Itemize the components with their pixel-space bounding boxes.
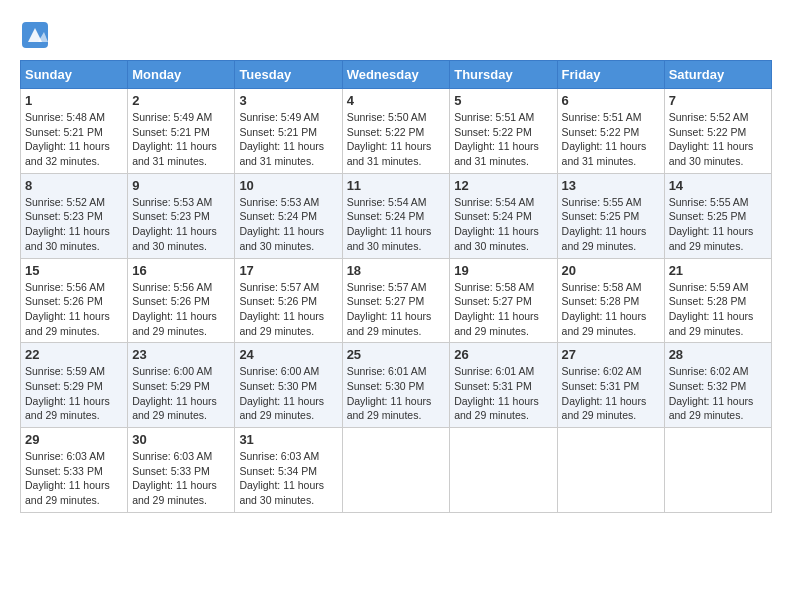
calendar-cell: 3Sunrise: 5:49 AM Sunset: 5:21 PM Daylig…: [235, 89, 342, 174]
day-info: Sunrise: 6:02 AM Sunset: 5:31 PM Dayligh…: [562, 364, 660, 423]
calendar-cell: 12Sunrise: 5:54 AM Sunset: 5:24 PM Dayli…: [450, 173, 557, 258]
calendar-week-4: 22Sunrise: 5:59 AM Sunset: 5:29 PM Dayli…: [21, 343, 772, 428]
calendar-cell: 11Sunrise: 5:54 AM Sunset: 5:24 PM Dayli…: [342, 173, 450, 258]
day-number: 22: [25, 347, 123, 362]
day-info: Sunrise: 6:00 AM Sunset: 5:29 PM Dayligh…: [132, 364, 230, 423]
calendar-cell: 7Sunrise: 5:52 AM Sunset: 5:22 PM Daylig…: [664, 89, 771, 174]
day-info: Sunrise: 5:57 AM Sunset: 5:27 PM Dayligh…: [347, 280, 446, 339]
calendar-cell: [664, 428, 771, 513]
day-number: 13: [562, 178, 660, 193]
day-number: 14: [669, 178, 767, 193]
day-info: Sunrise: 5:51 AM Sunset: 5:22 PM Dayligh…: [454, 110, 552, 169]
day-info: Sunrise: 6:01 AM Sunset: 5:30 PM Dayligh…: [347, 364, 446, 423]
day-info: Sunrise: 5:54 AM Sunset: 5:24 PM Dayligh…: [347, 195, 446, 254]
calendar-table: SundayMondayTuesdayWednesdayThursdayFrid…: [20, 60, 772, 513]
calendar-cell: 9Sunrise: 5:53 AM Sunset: 5:23 PM Daylig…: [128, 173, 235, 258]
calendar-cell: 2Sunrise: 5:49 AM Sunset: 5:21 PM Daylig…: [128, 89, 235, 174]
day-number: 28: [669, 347, 767, 362]
calendar-cell: 13Sunrise: 5:55 AM Sunset: 5:25 PM Dayli…: [557, 173, 664, 258]
calendar-cell: [450, 428, 557, 513]
calendar-cell: 22Sunrise: 5:59 AM Sunset: 5:29 PM Dayli…: [21, 343, 128, 428]
day-number: 9: [132, 178, 230, 193]
day-number: 12: [454, 178, 552, 193]
calendar-cell: 14Sunrise: 5:55 AM Sunset: 5:25 PM Dayli…: [664, 173, 771, 258]
day-info: Sunrise: 5:58 AM Sunset: 5:28 PM Dayligh…: [562, 280, 660, 339]
calendar-cell: 6Sunrise: 5:51 AM Sunset: 5:22 PM Daylig…: [557, 89, 664, 174]
day-info: Sunrise: 6:01 AM Sunset: 5:31 PM Dayligh…: [454, 364, 552, 423]
calendar-cell: 18Sunrise: 5:57 AM Sunset: 5:27 PM Dayli…: [342, 258, 450, 343]
calendar-header-wednesday: Wednesday: [342, 61, 450, 89]
calendar-header-friday: Friday: [557, 61, 664, 89]
calendar-cell: 28Sunrise: 6:02 AM Sunset: 5:32 PM Dayli…: [664, 343, 771, 428]
day-number: 7: [669, 93, 767, 108]
calendar-week-2: 8Sunrise: 5:52 AM Sunset: 5:23 PM Daylig…: [21, 173, 772, 258]
day-info: Sunrise: 5:59 AM Sunset: 5:28 PM Dayligh…: [669, 280, 767, 339]
day-info: Sunrise: 6:03 AM Sunset: 5:34 PM Dayligh…: [239, 449, 337, 508]
day-number: 16: [132, 263, 230, 278]
logo: [20, 20, 54, 50]
calendar-cell: 20Sunrise: 5:58 AM Sunset: 5:28 PM Dayli…: [557, 258, 664, 343]
calendar-cell: 16Sunrise: 5:56 AM Sunset: 5:26 PM Dayli…: [128, 258, 235, 343]
day-info: Sunrise: 5:51 AM Sunset: 5:22 PM Dayligh…: [562, 110, 660, 169]
day-info: Sunrise: 6:00 AM Sunset: 5:30 PM Dayligh…: [239, 364, 337, 423]
calendar-header-monday: Monday: [128, 61, 235, 89]
day-number: 29: [25, 432, 123, 447]
day-number: 15: [25, 263, 123, 278]
day-number: 27: [562, 347, 660, 362]
day-number: 25: [347, 347, 446, 362]
day-number: 21: [669, 263, 767, 278]
day-number: 2: [132, 93, 230, 108]
day-number: 19: [454, 263, 552, 278]
day-info: Sunrise: 5:59 AM Sunset: 5:29 PM Dayligh…: [25, 364, 123, 423]
day-info: Sunrise: 5:48 AM Sunset: 5:21 PM Dayligh…: [25, 110, 123, 169]
calendar-cell: 5Sunrise: 5:51 AM Sunset: 5:22 PM Daylig…: [450, 89, 557, 174]
calendar-header-sunday: Sunday: [21, 61, 128, 89]
calendar-cell: 21Sunrise: 5:59 AM Sunset: 5:28 PM Dayli…: [664, 258, 771, 343]
logo-icon: [20, 20, 50, 50]
day-number: 3: [239, 93, 337, 108]
calendar-cell: 24Sunrise: 6:00 AM Sunset: 5:30 PM Dayli…: [235, 343, 342, 428]
day-number: 4: [347, 93, 446, 108]
calendar-week-1: 1Sunrise: 5:48 AM Sunset: 5:21 PM Daylig…: [21, 89, 772, 174]
day-number: 18: [347, 263, 446, 278]
calendar-cell: 30Sunrise: 6:03 AM Sunset: 5:33 PM Dayli…: [128, 428, 235, 513]
day-info: Sunrise: 5:49 AM Sunset: 5:21 PM Dayligh…: [132, 110, 230, 169]
day-number: 11: [347, 178, 446, 193]
day-info: Sunrise: 5:52 AM Sunset: 5:23 PM Dayligh…: [25, 195, 123, 254]
day-number: 8: [25, 178, 123, 193]
day-info: Sunrise: 6:02 AM Sunset: 5:32 PM Dayligh…: [669, 364, 767, 423]
calendar-header-saturday: Saturday: [664, 61, 771, 89]
day-number: 26: [454, 347, 552, 362]
calendar-cell: 17Sunrise: 5:57 AM Sunset: 5:26 PM Dayli…: [235, 258, 342, 343]
day-number: 24: [239, 347, 337, 362]
day-info: Sunrise: 5:58 AM Sunset: 5:27 PM Dayligh…: [454, 280, 552, 339]
day-number: 6: [562, 93, 660, 108]
day-info: Sunrise: 5:52 AM Sunset: 5:22 PM Dayligh…: [669, 110, 767, 169]
calendar-cell: 19Sunrise: 5:58 AM Sunset: 5:27 PM Dayli…: [450, 258, 557, 343]
day-number: 23: [132, 347, 230, 362]
calendar-header-row: SundayMondayTuesdayWednesdayThursdayFrid…: [21, 61, 772, 89]
calendar-cell: 8Sunrise: 5:52 AM Sunset: 5:23 PM Daylig…: [21, 173, 128, 258]
day-number: 20: [562, 263, 660, 278]
calendar-cell: 25Sunrise: 6:01 AM Sunset: 5:30 PM Dayli…: [342, 343, 450, 428]
calendar-week-5: 29Sunrise: 6:03 AM Sunset: 5:33 PM Dayli…: [21, 428, 772, 513]
calendar-cell: 31Sunrise: 6:03 AM Sunset: 5:34 PM Dayli…: [235, 428, 342, 513]
calendar-cell: 4Sunrise: 5:50 AM Sunset: 5:22 PM Daylig…: [342, 89, 450, 174]
calendar-week-3: 15Sunrise: 5:56 AM Sunset: 5:26 PM Dayli…: [21, 258, 772, 343]
calendar-cell: 27Sunrise: 6:02 AM Sunset: 5:31 PM Dayli…: [557, 343, 664, 428]
calendar-header-thursday: Thursday: [450, 61, 557, 89]
day-info: Sunrise: 5:55 AM Sunset: 5:25 PM Dayligh…: [562, 195, 660, 254]
day-number: 1: [25, 93, 123, 108]
day-number: 5: [454, 93, 552, 108]
calendar-cell: [557, 428, 664, 513]
calendar-header-tuesday: Tuesday: [235, 61, 342, 89]
day-info: Sunrise: 5:54 AM Sunset: 5:24 PM Dayligh…: [454, 195, 552, 254]
day-number: 30: [132, 432, 230, 447]
day-number: 17: [239, 263, 337, 278]
day-info: Sunrise: 5:49 AM Sunset: 5:21 PM Dayligh…: [239, 110, 337, 169]
day-info: Sunrise: 5:57 AM Sunset: 5:26 PM Dayligh…: [239, 280, 337, 339]
calendar-cell: 23Sunrise: 6:00 AM Sunset: 5:29 PM Dayli…: [128, 343, 235, 428]
calendar-cell: 15Sunrise: 5:56 AM Sunset: 5:26 PM Dayli…: [21, 258, 128, 343]
day-info: Sunrise: 5:53 AM Sunset: 5:23 PM Dayligh…: [132, 195, 230, 254]
day-info: Sunrise: 5:55 AM Sunset: 5:25 PM Dayligh…: [669, 195, 767, 254]
